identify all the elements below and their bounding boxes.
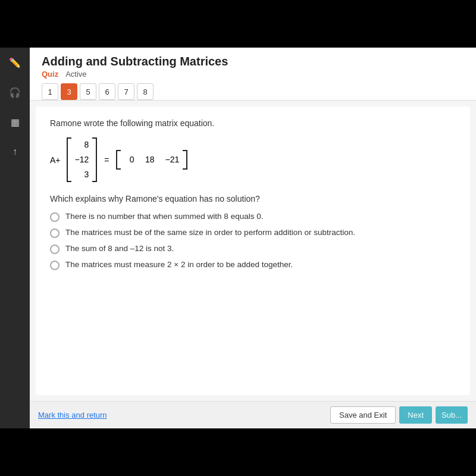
question-intro: Ramone wrote the following matrix equati… — [50, 118, 456, 128]
next-button[interactable]: Next — [399, 406, 432, 424]
tab-7[interactable]: 7 — [118, 83, 134, 100]
option-0[interactable]: There is no number that when summed with… — [50, 212, 456, 222]
row-matrix: 0 18 −21 — [116, 150, 187, 170]
radio-0[interactable] — [50, 212, 60, 222]
option-0-text: There is no number that when summed with… — [65, 212, 263, 221]
row-cell-0: 0 — [123, 152, 135, 167]
option-2[interactable]: The sum of 8 and –12 is not 3. — [50, 244, 456, 254]
headphones-icon[interactable]: 🎧 — [6, 83, 24, 101]
tab-8[interactable]: 8 — [137, 83, 154, 100]
calculator-icon[interactable]: ▦ — [6, 113, 24, 131]
option-2-text: The sum of 8 and –12 is not 3. — [65, 244, 174, 253]
row-cell-1: 18 — [143, 152, 155, 167]
option-3[interactable]: The matrices must measure 2 × 2 in order… — [50, 260, 456, 270]
sidebar: ✏️ 🎧 ▦ ↑ — [0, 48, 30, 428]
question-tabs: 1 3 5 6 7 8 — [42, 83, 464, 100]
content-area: Ramone wrote the following matrix equati… — [36, 107, 470, 395]
radio-1[interactable] — [50, 228, 60, 238]
quiz-label: Quiz — [42, 70, 58, 79]
matrix-equation: A+ 8 −12 3 = 0 18 — [50, 137, 456, 182]
row-cell-2: −21 — [164, 152, 180, 167]
radio-3[interactable] — [50, 261, 60, 270]
col-cell-0: 8 — [78, 137, 90, 152]
radio-2[interactable] — [50, 245, 60, 254]
footer-buttons: Save and Exit Next Sub... — [330, 406, 468, 424]
col-cell-1: −12 — [74, 152, 90, 167]
tab-1[interactable]: 1 — [42, 83, 58, 100]
active-label: Active — [65, 70, 86, 79]
mark-link[interactable]: Mark this and return — [38, 411, 107, 419]
col-cell-2: 3 — [78, 167, 90, 182]
explains-text: Which explains why Ramone's equation has… — [50, 194, 456, 203]
pencil-icon[interactable]: ✏️ — [6, 54, 24, 71]
arrow-up-icon[interactable]: ↑ — [6, 143, 24, 161]
matrix-a-label: A+ — [50, 155, 61, 165]
option-1[interactable]: The matrices must be of the same size in… — [50, 228, 456, 238]
submit-button[interactable]: Sub... — [436, 406, 468, 424]
option-3-text: The matrices must measure 2 × 2 in order… — [65, 260, 293, 269]
main-content: Adding and Subtracting Matrices Quiz Act… — [30, 48, 476, 428]
tab-3[interactable]: 3 — [61, 83, 77, 100]
tab-5[interactable]: 5 — [80, 83, 96, 100]
equals-sign: = — [104, 155, 109, 165]
options-list: There is no number that when summed with… — [50, 212, 456, 270]
tab-6[interactable]: 6 — [99, 83, 115, 100]
option-1-text: The matrices must be of the same size in… — [65, 228, 355, 237]
header: Adding and Subtracting Matrices Quiz Act… — [30, 48, 476, 101]
col-matrix: 8 −12 3 — [67, 137, 98, 182]
footer-bar: Mark this and return Save and Exit Next … — [30, 401, 476, 428]
page-title: Adding and Subtracting Matrices — [42, 55, 464, 68]
save-exit-button[interactable]: Save and Exit — [330, 406, 396, 424]
